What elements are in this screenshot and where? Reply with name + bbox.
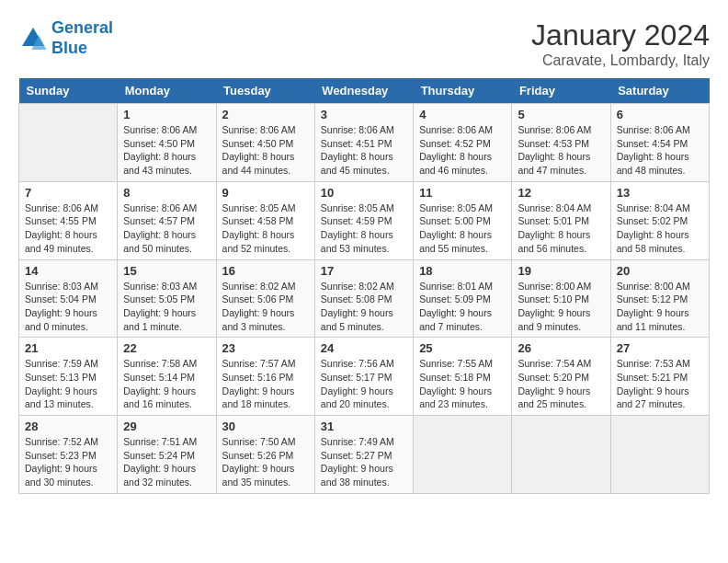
day-info: Sunrise: 8:01 AM Sunset: 5:09 PM Dayligh…	[419, 280, 506, 334]
calendar-cell: 19Sunrise: 8:00 AM Sunset: 5:10 PM Dayli…	[512, 259, 610, 338]
day-number: 16	[222, 264, 309, 278]
day-number: 21	[25, 341, 111, 355]
weekday-header: Sunday	[19, 78, 118, 104]
day-info: Sunrise: 7:54 AM Sunset: 5:20 PM Dayligh…	[518, 357, 604, 411]
day-info: Sunrise: 8:05 AM Sunset: 4:58 PM Dayligh…	[222, 201, 309, 256]
calendar-cell: 8Sunrise: 8:06 AM Sunset: 4:57 PM Daylig…	[118, 181, 216, 259]
calendar-cell: 31Sunrise: 7:49 AM Sunset: 5:27 PM Dayli…	[314, 416, 413, 494]
calendar-cell: 20Sunrise: 8:00 AM Sunset: 5:12 PM Dayli…	[610, 259, 709, 338]
calendar-cell: 30Sunrise: 7:50 AM Sunset: 5:26 PM Dayli…	[216, 416, 314, 494]
weekday-header: Friday	[512, 78, 610, 104]
calendar-cell: 3Sunrise: 8:06 AM Sunset: 4:51 PM Daylig…	[314, 104, 413, 182]
calendar-cell: 18Sunrise: 8:01 AM Sunset: 5:09 PM Dayli…	[414, 259, 512, 338]
day-number: 17	[321, 264, 407, 278]
calendar-week-row: 28Sunrise: 7:52 AM Sunset: 5:23 PM Dayli…	[19, 416, 710, 494]
day-info: Sunrise: 8:06 AM Sunset: 4:51 PM Dayligh…	[321, 123, 407, 178]
logo-line2: Blue	[51, 39, 87, 57]
day-number: 10	[321, 186, 407, 200]
day-info: Sunrise: 7:58 AM Sunset: 5:14 PM Dayligh…	[123, 357, 210, 411]
calendar-cell: 29Sunrise: 7:51 AM Sunset: 5:24 PM Dayli…	[118, 416, 216, 494]
weekday-header: Tuesday	[216, 78, 314, 104]
logo-icon	[18, 24, 48, 53]
weekday-header: Wednesday	[314, 78, 413, 104]
logo: General Blue	[18, 18, 113, 58]
day-info: Sunrise: 7:49 AM Sunset: 5:27 PM Dayligh…	[321, 435, 407, 489]
calendar-cell: 2Sunrise: 8:06 AM Sunset: 4:50 PM Daylig…	[216, 104, 314, 182]
logo-text: General Blue	[51, 18, 113, 58]
calendar-week-row: 7Sunrise: 8:06 AM Sunset: 4:55 PM Daylig…	[19, 181, 710, 259]
day-info: Sunrise: 7:52 AM Sunset: 5:23 PM Dayligh…	[25, 435, 111, 489]
day-number: 4	[419, 108, 506, 121]
day-number: 22	[123, 341, 210, 355]
calendar-cell: 26Sunrise: 7:54 AM Sunset: 5:20 PM Dayli…	[512, 338, 610, 416]
day-info: Sunrise: 7:51 AM Sunset: 5:24 PM Dayligh…	[123, 435, 210, 489]
location-title: Caravate, Lombardy, Italy	[531, 52, 710, 69]
weekday-header: Monday	[118, 78, 216, 104]
day-number: 23	[222, 341, 309, 355]
calendar-cell: 17Sunrise: 8:02 AM Sunset: 5:08 PM Dayli…	[314, 259, 413, 338]
day-number: 2	[222, 108, 309, 121]
month-title: January 2024	[531, 18, 710, 52]
calendar-cell: 1Sunrise: 8:06 AM Sunset: 4:50 PM Daylig…	[118, 104, 216, 182]
day-info: Sunrise: 7:50 AM Sunset: 5:26 PM Dayligh…	[222, 435, 309, 489]
calendar-cell: 11Sunrise: 8:05 AM Sunset: 5:00 PM Dayli…	[414, 181, 512, 259]
calendar-cell: 14Sunrise: 8:03 AM Sunset: 5:04 PM Dayli…	[19, 259, 118, 338]
day-number: 29	[123, 419, 210, 433]
calendar-cell	[512, 416, 610, 494]
calendar-cell: 28Sunrise: 7:52 AM Sunset: 5:23 PM Dayli…	[19, 416, 118, 494]
day-number: 9	[222, 186, 309, 200]
calendar-cell: 9Sunrise: 8:05 AM Sunset: 4:58 PM Daylig…	[216, 181, 314, 259]
calendar-cell: 25Sunrise: 7:55 AM Sunset: 5:18 PM Dayli…	[414, 338, 512, 416]
day-info: Sunrise: 8:06 AM Sunset: 4:50 PM Dayligh…	[222, 123, 309, 178]
day-number: 7	[25, 186, 111, 200]
weekday-header: Saturday	[610, 78, 709, 104]
calendar-cell	[19, 104, 118, 182]
day-info: Sunrise: 8:02 AM Sunset: 5:06 PM Dayligh…	[222, 280, 309, 334]
calendar-cell: 21Sunrise: 7:59 AM Sunset: 5:13 PM Dayli…	[19, 338, 118, 416]
calendar-week-row: 14Sunrise: 8:03 AM Sunset: 5:04 PM Dayli…	[19, 259, 710, 338]
day-number: 11	[419, 186, 506, 200]
day-number: 20	[617, 264, 703, 278]
calendar-table: SundayMondayTuesdayWednesdayThursdayFrid…	[18, 78, 710, 494]
calendar-cell: 10Sunrise: 8:05 AM Sunset: 4:59 PM Dayli…	[314, 181, 413, 259]
calendar-body: 1Sunrise: 8:06 AM Sunset: 4:50 PM Daylig…	[19, 104, 710, 494]
calendar-cell: 23Sunrise: 7:57 AM Sunset: 5:16 PM Dayli…	[216, 338, 314, 416]
day-number: 1	[123, 108, 210, 121]
day-number: 31	[321, 419, 407, 433]
day-number: 13	[617, 186, 703, 200]
day-info: Sunrise: 7:57 AM Sunset: 5:16 PM Dayligh…	[222, 357, 309, 411]
day-info: Sunrise: 7:59 AM Sunset: 5:13 PM Dayligh…	[25, 357, 111, 411]
calendar-cell: 12Sunrise: 8:04 AM Sunset: 5:01 PM Dayli…	[512, 181, 610, 259]
calendar-cell: 6Sunrise: 8:06 AM Sunset: 4:54 PM Daylig…	[610, 104, 709, 182]
day-number: 26	[518, 341, 604, 355]
calendar-cell: 4Sunrise: 8:06 AM Sunset: 4:52 PM Daylig…	[414, 104, 512, 182]
header-row: SundayMondayTuesdayWednesdayThursdayFrid…	[19, 78, 710, 104]
day-info: Sunrise: 8:06 AM Sunset: 4:50 PM Dayligh…	[123, 123, 210, 178]
calendar-week-row: 1Sunrise: 8:06 AM Sunset: 4:50 PM Daylig…	[19, 104, 710, 182]
day-number: 30	[222, 419, 309, 433]
calendar-cell: 22Sunrise: 7:58 AM Sunset: 5:14 PM Dayli…	[118, 338, 216, 416]
title-block: January 2024 Caravate, Lombardy, Italy	[531, 18, 710, 69]
day-number: 15	[123, 264, 210, 278]
day-number: 5	[518, 108, 604, 121]
calendar-cell: 7Sunrise: 8:06 AM Sunset: 4:55 PM Daylig…	[19, 181, 118, 259]
day-info: Sunrise: 8:00 AM Sunset: 5:10 PM Dayligh…	[518, 280, 604, 334]
page-header: General Blue January 2024 Caravate, Lomb…	[18, 18, 710, 69]
day-info: Sunrise: 7:55 AM Sunset: 5:18 PM Dayligh…	[419, 357, 506, 411]
calendar-week-row: 21Sunrise: 7:59 AM Sunset: 5:13 PM Dayli…	[19, 338, 710, 416]
day-number: 27	[617, 341, 703, 355]
day-number: 14	[25, 264, 111, 278]
calendar-cell: 24Sunrise: 7:56 AM Sunset: 5:17 PM Dayli…	[314, 338, 413, 416]
day-number: 6	[617, 108, 703, 121]
logo-line1: General	[51, 18, 113, 37]
day-number: 8	[123, 186, 210, 200]
day-number: 19	[518, 264, 604, 278]
day-info: Sunrise: 8:06 AM Sunset: 4:52 PM Dayligh…	[419, 123, 506, 178]
day-info: Sunrise: 8:04 AM Sunset: 5:01 PM Dayligh…	[518, 201, 604, 256]
day-info: Sunrise: 8:06 AM Sunset: 4:55 PM Dayligh…	[25, 201, 111, 256]
calendar-cell: 13Sunrise: 8:04 AM Sunset: 5:02 PM Dayli…	[610, 181, 709, 259]
weekday-header: Thursday	[414, 78, 512, 104]
calendar-header: SundayMondayTuesdayWednesdayThursdayFrid…	[19, 78, 710, 104]
calendar-cell: 27Sunrise: 7:53 AM Sunset: 5:21 PM Dayli…	[610, 338, 709, 416]
day-info: Sunrise: 8:04 AM Sunset: 5:02 PM Dayligh…	[617, 201, 703, 256]
